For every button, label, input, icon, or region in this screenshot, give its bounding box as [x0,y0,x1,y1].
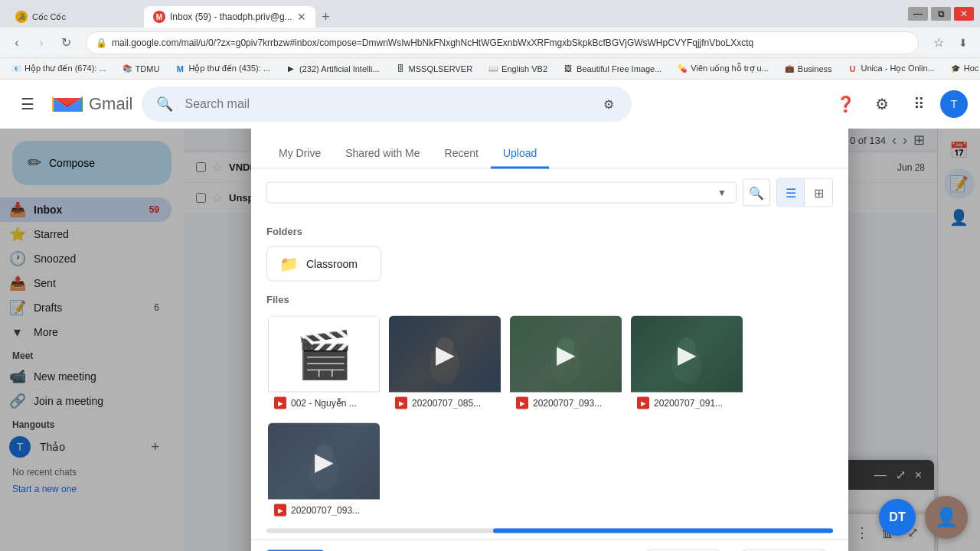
new-tab-button[interactable]: + [315,6,337,28]
file-item-2[interactable]: ▶ ▶ 20200707_093... [508,315,623,416]
search-options-button[interactable]: ⚙ [595,90,622,118]
file-item-4[interactable]: ▶ ▶ 20200707_093... [266,422,381,523]
tab-close-icon[interactable]: ✕ [297,11,306,23]
bookmark-vienuong-favicon: 💊 [677,64,688,74]
modal-scroll-indicator [266,529,833,533]
browser-tab-gmail: M Inbox (59) - thaodph.priv@g... ✕ [144,6,315,28]
grid-view-button[interactable]: ⊞ [805,179,832,207]
file-info-1: ▶ 20200707_085... [389,393,501,414]
address-text: mail.google.com/mail/u/0/?zx=g0piv7krrbz… [112,37,909,48]
modal-content: Folders 📁 Classroom Files 🎬 [251,217,848,523]
clapper-icon: 🎬 [296,327,353,381]
dt-avatar[interactable]: DT [879,499,916,536]
bookmark-ai-favicon: ▶ [286,64,296,74]
file-info-4: ▶ 20200707_093... [268,500,380,521]
modal-close-button[interactable]: × [808,129,833,133]
address-bar[interactable]: 🔒 mail.google.com/mail/u/0/?zx=g0piv7krr… [86,31,919,54]
folder-icon: 📁 [279,255,299,273]
play-icon-2: ▶ [557,340,576,369]
file-thumbnail-1: ▶ [389,316,501,393]
restore-icon[interactable]: ⧉ [931,7,951,21]
search-input[interactable] [185,97,589,111]
bookmark-hopthu2-favicon: M [175,64,185,74]
user-photo[interactable]: 👤 [925,496,968,539]
help-button[interactable]: ❓ [830,89,861,119]
file-type-icon-4: ▶ [274,504,286,517]
play-icon-1: ▶ [436,340,455,369]
close-window-icon[interactable]: ✕ [954,7,974,21]
reload-button[interactable]: ↻ [55,32,77,54]
bookmark-hoconline[interactable]: 🎓 Hoc Online với 3000... [946,62,980,76]
bookmark-business-favicon: 💼 [784,64,795,74]
modal-scroll-thumb [493,529,833,533]
play-icon-3: ▶ [678,340,697,369]
bookmark-tdmu[interactable]: 📚 TDMU [117,62,165,76]
lock-icon: 🔒 [96,37,107,48]
tab-my-drive[interactable]: My Drive [266,139,333,169]
file-type-icon-1: ▶ [395,397,407,409]
list-view-button[interactable]: ☰ [777,179,805,207]
folder-name: Classroom [306,258,358,270]
file-type-icon-2: ▶ [516,397,528,409]
bookmark-unica[interactable]: U Unica - Học Onlin... [843,62,939,76]
bookmark-vienuong[interactable]: 💊 Viên uống hỗ trợ u... [672,62,773,76]
settings-button[interactable]: ⚙ [867,89,897,119]
gmail-tab-title: Inbox (59) - thaodph.priv@g... [170,11,292,22]
folders-row: 📁 Classroom [266,246,833,282]
account-avatar[interactable]: T [940,90,968,118]
minimize-icon[interactable]: — [908,7,928,21]
gmail-app: ☰ Gmail 🔍 ⚙ ❓ ⚙ ⠿ T ✏ [0,80,980,551]
header-actions: ❓ ⚙ ⠿ T [830,89,968,119]
bookmark-hopthu[interactable]: 📧 Hộp thư đến (674): ... [6,62,111,76]
browser-tab-coccoc: 🐊 Cốc Cốc [6,6,144,28]
file-type-icon-3: ▶ [637,397,649,409]
bookmark-mssql[interactable]: 🗄 MSSQLSERVER [390,62,478,76]
tab-upload[interactable]: Upload [491,139,549,169]
path-selector[interactable]: ▼ [266,182,737,204]
bookmark-hoconline-favicon: 🎓 [950,64,961,74]
file-name-1: 20200707_085... [412,398,481,409]
hamburger-button[interactable]: ☰ [12,89,43,119]
file-item-0[interactable]: 🎬 ▶ 002 - Nguyễn ... [266,315,381,416]
file-info-3: ▶ 20200707_091... [631,393,743,414]
search-button[interactable]: 🔍 [151,90,178,118]
forward-button[interactable]: › [31,32,52,54]
bookmark-tdmu-favicon: 📚 [122,64,132,74]
coccoc-favicon: 🐊 [15,11,28,23]
folder-item-classroom[interactable]: 📁 Classroom [266,246,381,282]
bookmark-beautifulfree[interactable]: 🖼 Beautiful Free Image... [558,62,666,76]
modal-tabs: My Drive Shared with Me Recent Upload [251,139,848,169]
file-name-0: 002 - Nguyễn ... [291,398,357,409]
back-button[interactable]: ‹ [6,32,28,54]
apps-button[interactable]: ⠿ [903,89,934,119]
bookmark-hopthu2[interactable]: M Hộp thư đến (435): ... [170,62,275,76]
modal-footer: Insert Cancel Insert as 🔗 Drive link 📎 A… [251,540,848,552]
file-item-3[interactable]: ▶ ▶ 20200707_091... [629,315,744,416]
download-icon[interactable]: ⬇ [952,32,974,54]
file-info-2: ▶ 20200707_093... [510,393,622,414]
browser-titlebar: 🐊 Cốc Cốc M Inbox (59) - thaodph.priv@g.… [0,0,980,28]
file-item-1[interactable]: ▶ ▶ 20200707_085... [387,315,502,416]
bottom-avatars: DT 👤 [879,496,968,539]
browser-chrome: 🐊 Cốc Cốc M Inbox (59) - thaodph.priv@g.… [0,0,980,80]
bookmark-mssql-favicon: 🗄 [395,64,406,74]
browser-toolbar: ‹ › ↻ 🔒 mail.google.com/mail/u/0/?zx=g0p… [0,28,980,58]
files-section-title: Files [266,294,833,305]
files-grid: 🎬 ▶ 002 - Nguyễn ... ▶ [266,315,833,523]
modal-search-button[interactable]: 🔍 [743,179,770,207]
path-dropdown-icon: ▼ [717,187,727,198]
search-bar: 🔍 ⚙ [142,86,632,122]
tab-recent[interactable]: Recent [433,139,491,169]
bookmark-hopthu-favicon: 📧 [11,64,21,74]
bookmark-engvb2[interactable]: 📖 English VB2 [483,62,552,76]
bookmark-icon[interactable]: ☆ [928,32,949,54]
file-name-4: 20200707_093... [291,505,360,516]
drive-modal: Insert files using Google Drive × My Dri… [251,129,848,551]
tab-shared-with-me[interactable]: Shared with Me [333,139,432,169]
gmail-logo-text: Gmail [89,94,132,114]
file-type-icon-0: ▶ [274,397,286,409]
bookmark-business[interactable]: 💼 Business [779,62,837,76]
play-icon-4: ▶ [315,447,334,476]
gmail-favicon: M [153,11,165,23]
bookmark-ai[interactable]: ▶ (232) Artificial Intelli... [281,62,384,76]
